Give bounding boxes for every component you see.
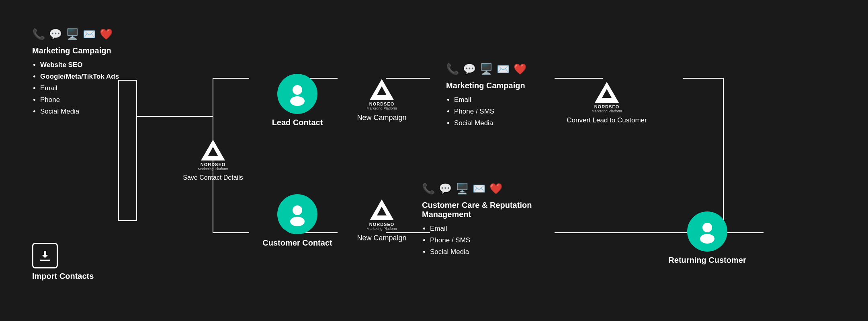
nordseo-logo-top: NORDSEO Marketing Platform xyxy=(366,79,397,110)
diagram-container: 📞 💬 🖥️ ✉️ ❤️ Marketing Campaign Website … xyxy=(0,0,868,321)
svg-point-18 xyxy=(293,85,302,95)
email-icon: ✉️ xyxy=(83,28,96,41)
nordseo-sub: Marketing Platform xyxy=(198,167,228,171)
detail-icon-row-bottom: 📞 💬 🖥️ ✉️ ❤️ xyxy=(422,183,551,195)
svg-point-19 xyxy=(290,96,305,106)
customer-contact-label: Customer Contact xyxy=(262,238,332,248)
convert-lead-node: NORDSEO Marketing Platform Convert Lead … xyxy=(567,82,647,124)
detail-icon-row-top: 📞 💬 🖥️ ✉️ ❤️ xyxy=(446,63,526,75)
social-icon-3: ❤️ xyxy=(489,183,502,195)
convert-lead-label: Convert Lead to Customer xyxy=(567,116,647,124)
phone-icon-3: 📞 xyxy=(422,183,435,195)
lead-contact-node: Lead Contact xyxy=(272,74,323,127)
returning-customer-label: Returning Customer xyxy=(668,256,746,265)
list-item: Social Media xyxy=(430,246,551,258)
monitor-icon-2: 🖥️ xyxy=(480,63,493,75)
svg-point-22 xyxy=(702,223,712,232)
monitor-icon-3: 🖥️ xyxy=(456,183,469,195)
list-item: Social Media xyxy=(40,106,119,118)
col-save-contact: NORDSEO Marketing Platform Save Contact … xyxy=(173,16,253,305)
person-svg-3 xyxy=(695,219,719,244)
list-item: Website SEO xyxy=(40,59,119,71)
nordseo-triangle-convert xyxy=(595,82,619,103)
customer-care-detail: 📞 💬 🖥️ ✉️ ❤️ Customer Care & Reputation … xyxy=(422,183,551,258)
nordseo-logo-convert: NORDSEO Marketing Platform xyxy=(592,82,622,113)
phone-icon: 📞 xyxy=(32,28,45,41)
list-item: Phone / SMS xyxy=(454,106,526,118)
new-campaign-top: NORDSEO Marketing Platform New Campaign xyxy=(357,79,406,122)
nordseo-sub-top: Marketing Platform xyxy=(366,106,397,110)
new-campaign-bottom: NORDSEO Marketing Platform New Campaign xyxy=(357,199,406,242)
list-item: Email xyxy=(454,94,526,106)
nordseo-text-top: NORDSEO xyxy=(369,102,395,106)
import-label: Import Contacts xyxy=(32,272,94,281)
returning-customer-node: Returning Customer xyxy=(668,211,746,265)
chat-icon-3: 💬 xyxy=(439,183,452,195)
phone-icon-2: 📞 xyxy=(446,63,459,75)
list-item: Phone xyxy=(40,94,119,106)
nordseo-triangle-top xyxy=(370,79,394,100)
nordseo-triangle-bottom xyxy=(370,199,394,220)
nordseo-text-convert: NORDSEO xyxy=(594,104,620,109)
svg-point-20 xyxy=(293,205,302,215)
monitor-icon: 🖥️ xyxy=(66,28,79,41)
new-campaign-label-bottom: New Campaign xyxy=(357,234,406,242)
nordseo-sub-convert: Marketing Platform xyxy=(592,109,622,113)
list-item: Email xyxy=(430,223,551,235)
col-marketing: 📞 💬 🖥️ ✉️ ❤️ Marketing Campaign Website … xyxy=(32,16,153,305)
returning-customer-avatar xyxy=(687,211,727,252)
customer-contact-avatar xyxy=(277,194,317,234)
nordseo-text: NORDSEO xyxy=(201,162,226,167)
marketing-title: Marketing Campaign xyxy=(32,46,119,55)
import-block: Import Contacts xyxy=(32,243,94,281)
marketing-block: 📞 💬 🖥️ ✉️ ❤️ Marketing Campaign Website … xyxy=(32,28,119,117)
customer-care-title: Customer Care & Reputation Management xyxy=(422,201,551,219)
customer-contact-node: Customer Contact xyxy=(262,194,332,248)
person-svg xyxy=(285,82,309,106)
list-item: Social Media xyxy=(454,118,526,129)
marketing-campaign-detail-list: Email Phone / SMS Social Media xyxy=(446,94,526,129)
nordseo-logo-bottom: NORDSEO Marketing Platform xyxy=(366,199,397,231)
customer-care-list: Email Phone / SMS Social Media xyxy=(422,223,551,258)
new-campaign-label-top: New Campaign xyxy=(357,114,406,122)
marketing-campaign-detail-title: Marketing Campaign xyxy=(446,81,526,90)
marketing-icon-row: 📞 💬 🖥️ ✉️ ❤️ xyxy=(32,28,119,41)
save-contact-label: Save Contact Details xyxy=(183,174,243,181)
social-icon: ❤️ xyxy=(100,28,113,41)
col-details: 📞 💬 🖥️ ✉️ ❤️ Marketing Campaign Email Ph… xyxy=(422,16,551,305)
marketing-campaign-detail: 📞 💬 🖥️ ✉️ ❤️ Marketing Campaign Email Ph… xyxy=(446,63,526,129)
marketing-list: Website SEO Google/Meta/TikTok Ads Email… xyxy=(32,59,119,117)
lead-contact-avatar xyxy=(277,74,317,114)
list-item: Google/Meta/TikTok Ads xyxy=(40,71,119,83)
col-campaigns: NORDSEO Marketing Platform New Campaign … xyxy=(342,16,422,305)
lead-contact-label: Lead Contact xyxy=(272,118,323,127)
chat-icon-2: 💬 xyxy=(463,63,476,75)
nordseo-logo-save: NORDSEO Marketing Platform xyxy=(198,140,228,171)
col-contacts: Lead Contact Customer Contact xyxy=(253,16,342,305)
person-svg-2 xyxy=(285,202,309,226)
svg-point-23 xyxy=(700,234,714,244)
email-icon-2: ✉️ xyxy=(497,63,510,75)
svg-point-21 xyxy=(290,217,305,226)
social-icon-2: ❤️ xyxy=(514,63,526,75)
nordseo-triangle xyxy=(201,140,225,160)
download-icon xyxy=(32,243,58,268)
download-svg xyxy=(38,248,52,263)
col-returning: Returning Customer xyxy=(663,16,751,305)
col-convert: NORDSEO Marketing Platform Convert Lead … xyxy=(551,16,663,305)
list-item: Email xyxy=(40,83,119,94)
list-item: Phone / SMS xyxy=(430,235,551,246)
chat-icon: 💬 xyxy=(49,28,62,41)
nordseo-sub-bottom: Marketing Platform xyxy=(366,227,397,231)
email-icon-3: ✉️ xyxy=(473,183,485,195)
nordseo-text-bottom: NORDSEO xyxy=(369,222,395,227)
